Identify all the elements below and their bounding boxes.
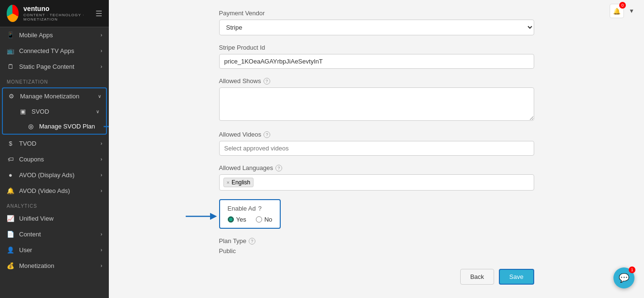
sidebar-item-mobile-apps[interactable]: 📱 Mobile Apps › — [0, 27, 109, 43]
manage-svod-arrow — [104, 122, 109, 131]
sidebar-item-monetization-analytics[interactable]: 💰 Monetization › — [0, 258, 109, 274]
enable-ad-yes-radio[interactable] — [228, 216, 234, 223]
language-tag-english[interactable]: × English — [223, 178, 254, 187]
allowed-languages-tag-input[interactable]: × English — [219, 174, 534, 191]
sidebar-label: TVOD — [19, 140, 36, 147]
back-button[interactable]: Back — [460, 269, 494, 285]
sidebar-item-manage-svod-plan[interactable]: ◎ Manage SVOD Plan — [3, 119, 106, 134]
chevron-right-icon: › — [101, 157, 102, 162]
allowed-shows-group: Allowed Shows ? — [219, 77, 534, 122]
content-icon: 📄 — [7, 231, 14, 238]
enable-ad-arrow — [186, 211, 217, 222]
plan-type-value: Public — [219, 247, 534, 255]
sidebar-item-avod-display[interactable]: ● AVOD (Display Ads) › — [0, 167, 109, 183]
tvod-icon: $ — [7, 140, 14, 147]
page-icon: 🗒 — [7, 63, 14, 70]
settings-icon: ⚙ — [8, 93, 15, 100]
user-menu[interactable]: ▼ — [629, 8, 634, 14]
enable-ad-no-label: No — [264, 216, 273, 223]
payment-vendor-group: Payment Vendor Stripe PayPal Braintree — [219, 10, 534, 35]
logo-icon — [7, 5, 19, 22]
sidebar-label: SVOD — [32, 108, 49, 115]
chevron-right-icon: › — [101, 48, 102, 53]
sidebar-label: Monetization — [19, 262, 54, 269]
allowed-shows-textarea[interactable] — [219, 87, 534, 121]
payment-vendor-select[interactable]: Stripe PayPal Braintree — [219, 20, 534, 35]
sidebar-item-manage-monetization[interactable]: ⚙ Manage Monetization ∨ — [3, 88, 106, 104]
form-footer: Back Save — [219, 269, 534, 285]
chat-badge: 1 — [629, 266, 635, 273]
chevron-right-icon: › — [101, 32, 102, 38]
stripe-product-id-group: Stripe Product Id — [219, 44, 534, 69]
sidebar-item-user[interactable]: 👤 User › — [0, 242, 109, 258]
remove-english-tag[interactable]: × — [227, 180, 230, 185]
svod-plan-icon: ◎ — [27, 123, 34, 130]
enable-ad-label: Enable Ad ? — [228, 205, 273, 212]
chevron-right-icon: › — [101, 64, 102, 69]
unified-view-icon: 📈 — [7, 215, 14, 222]
coupons-icon: 🏷 — [7, 156, 14, 163]
plan-type-label: Plan Type ? — [219, 237, 534, 245]
sidebar-label: AVOD (Video Ads) — [19, 187, 70, 194]
allowed-languages-label: Allowed Languages ? — [219, 164, 534, 171]
sidebar-item-tvod[interactable]: $ TVOD › — [0, 136, 109, 151]
sidebar-label: Unified View — [19, 215, 53, 222]
top-bar: 🔔 0 ▼ — [610, 4, 634, 18]
notification-bell[interactable]: 🔔 0 — [610, 4, 624, 18]
sidebar-label: User — [19, 246, 32, 254]
chevron-right-icon: › — [101, 188, 102, 193]
avod-display-icon: ● — [7, 171, 14, 179]
save-button[interactable]: Save — [499, 269, 534, 285]
chat-bubble[interactable]: 💬 1 — [613, 267, 634, 288]
enable-ad-yes-label: Yes — [236, 216, 246, 223]
enable-ad-help-icon[interactable]: ? — [258, 205, 262, 212]
notification-badge: 0 — [619, 2, 626, 9]
sidebar-item-svod[interactable]: ▣ SVOD ∨ — [3, 104, 106, 119]
user-icon: 👤 — [7, 246, 14, 254]
tv-icon: 📺 — [7, 47, 14, 54]
chevron-down-icon: ∨ — [96, 109, 99, 114]
svod-icon: ▣ — [19, 108, 27, 115]
allowed-videos-help-icon[interactable]: ? — [264, 131, 270, 138]
allowed-shows-label: Allowed Shows ? — [219, 77, 534, 85]
chevron-right-icon: › — [101, 172, 102, 178]
mobile-apps-icon: 📱 — [7, 32, 14, 39]
enable-ad-radio-group: Yes No — [228, 216, 273, 223]
enable-ad-no[interactable]: No — [256, 216, 273, 223]
allowed-languages-help-icon[interactable]: ? — [275, 165, 282, 171]
sidebar: ventuno CONTENT · TECHNOLOGY · MONETIZAT… — [0, 0, 109, 298]
monetization-highlight-box: ⚙ Manage Monetization ∨ ▣ SVOD ∨ ◎ Manag… — [2, 87, 107, 135]
enable-ad-no-radio[interactable] — [256, 216, 262, 223]
sidebar-label: Manage Monetization — [20, 93, 79, 100]
chevron-right-icon: › — [101, 141, 102, 146]
hamburger-menu[interactable]: ☰ — [95, 9, 102, 18]
sidebar-item-coupons[interactable]: 🏷 Coupons › — [0, 151, 109, 167]
sidebar-item-connected-tv[interactable]: 📺 Connected TV Apps › — [0, 43, 109, 59]
plan-type-help-icon[interactable]: ? — [249, 238, 255, 245]
sidebar-label: Static Page Content — [19, 63, 74, 70]
sidebar-item-content[interactable]: 📄 Content › — [0, 226, 109, 242]
chevron-right-icon: › — [101, 247, 102, 253]
chat-icon: 💬 — [619, 273, 629, 283]
sidebar-item-static-page[interactable]: 🗒 Static Page Content › — [0, 59, 109, 74]
monetization-icon: 💰 — [7, 262, 14, 269]
sidebar-label: AVOD (Display Ads) — [19, 171, 74, 179]
monetization-section-label: MONETIZATION — [0, 74, 109, 86]
sidebar-item-avod-video[interactable]: 🔔 AVOD (Video Ads) › — [0, 183, 109, 199]
logo-sub: CONTENT · TECHNOLOGY · MONETIZATION — [23, 13, 91, 21]
chevron-right-icon: › — [101, 263, 102, 268]
sidebar-label: Coupons — [19, 156, 44, 163]
avod-video-icon: 🔔 — [7, 187, 14, 194]
logo-text: ventuno — [23, 5, 91, 12]
form-wrapper: Payment Vendor Stripe PayPal Braintree S… — [219, 10, 534, 285]
chevron-down-icon: ∨ — [98, 94, 101, 99]
stripe-product-id-label: Stripe Product Id — [219, 44, 534, 51]
enable-ad-group: Enable Ad ? Yes No — [219, 199, 534, 229]
allowed-shows-help-icon[interactable]: ? — [264, 78, 270, 85]
enable-ad-yes[interactable]: Yes — [228, 216, 246, 223]
sidebar-label: Connected TV Apps — [19, 47, 74, 54]
stripe-product-id-input[interactable] — [219, 54, 534, 69]
sidebar-item-unified-view[interactable]: 📈 Unified View — [0, 211, 109, 226]
allowed-videos-input[interactable] — [219, 141, 534, 156]
plan-type-group: Plan Type ? Public — [219, 237, 534, 255]
